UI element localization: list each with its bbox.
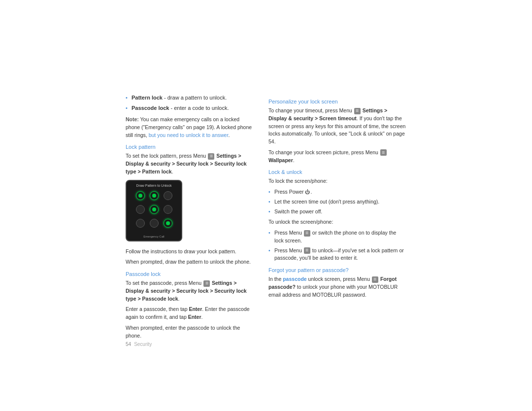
bullet-pattern-lock-label: Pattern lock (132, 95, 163, 101)
page-number: 54 (126, 342, 131, 347)
forgot-heading: Forgot your pattern or passcode? (268, 267, 406, 273)
menu-icon-personalize2: ☰ (380, 149, 387, 156)
dot-2-1 (150, 219, 159, 228)
personalize-body1: To change your timeout, press Menu ☰ Set… (268, 107, 406, 146)
dot-0-0 (136, 191, 145, 200)
bullet-passcode-lock-label: Passcode lock (132, 105, 169, 111)
dot-0-2 (164, 191, 172, 200)
dot-0-1 (150, 191, 159, 200)
menu-icon-personalize1: ☰ (354, 108, 361, 114)
power-icon: ⏻ (305, 189, 310, 195)
passcode-lock-body1: To set the passcode, press Menu ☰ Settin… (126, 279, 254, 303)
unlock-bullet-2: Press Menu ☰ to unlock—if you've set a l… (268, 247, 406, 263)
passcode-enter1: Enter (189, 306, 202, 312)
lock-bullet-2: Let the screen time out (don't press any… (268, 198, 406, 206)
dot-2-2 (164, 219, 172, 228)
content-area: Pattern lock - draw a pattern to unlock.… (126, 94, 406, 342)
note-label: Note: (126, 116, 139, 122)
bullet-passcode-lock-text: - enter a code to unlock. (169, 105, 229, 111)
phone-screen-header: Draw Pattern to Unlock (136, 184, 172, 187)
lock-intro: To lock the screen/phone: (268, 177, 406, 185)
lock-bullet-1: Press Power ⏻. (268, 188, 406, 196)
left-column: Pattern lock - draw a pattern to unlock.… (126, 94, 254, 342)
menu-icon-unlock1: ☰ (304, 230, 310, 237)
page: Pattern lock - draw a pattern to unlock.… (0, 0, 532, 411)
dot-inner-0-1 (152, 194, 156, 198)
bullet-pattern-lock-text: - draw a pattern to unlock. (163, 95, 227, 101)
two-column-layout: Pattern lock - draw a pattern to unlock.… (126, 94, 406, 342)
menu-icon-forgot: ☰ (372, 276, 378, 283)
forgot-body: In the passcode unlock screen, press Men… (268, 275, 406, 299)
unlock-bullet-1: Press Menu ☰ or switch the phone on to d… (268, 229, 406, 245)
personalize-body2-end: . (293, 157, 295, 163)
dots-grid (134, 189, 174, 230)
personalize-wallpaper: Wallpaper (268, 157, 293, 163)
passcode-period: . (178, 296, 180, 302)
note-text2: . (228, 132, 230, 138)
page-footer: 54Security (126, 342, 152, 347)
dot-1-2 (164, 205, 172, 214)
right-column: Personalize your lock screen To change y… (268, 94, 406, 342)
menu-icon-passcode: ☰ (203, 280, 210, 287)
lock-pattern-heading: Lock pattern (126, 144, 254, 150)
personalize-body2-pre: To change your lock screen picture, pres… (268, 149, 380, 155)
bullet-pattern-lock: Pattern lock - draw a pattern to unlock. (126, 94, 254, 102)
dot-1-0 (136, 205, 145, 214)
bullet-passcode-lock: Passcode lock - enter a code to unlock. (126, 104, 254, 112)
footer-label: Security (134, 342, 152, 347)
note-block: Note: You can make emergency calls on a … (126, 116, 254, 139)
passcode-body1-pre: To set the passcode, press Menu (126, 280, 203, 286)
passcode-lock-body4: When prompted, enter the passcode to unl… (126, 324, 254, 340)
passcode-body3-end: . (201, 314, 203, 320)
lock-bullet-2-text: Let the screen time out (don't press any… (274, 199, 379, 205)
forgot-passcode-link: passcode (283, 276, 306, 282)
phone-screen-display: Draw Pattern to Unlock Emer (126, 180, 182, 241)
dot-inner-0-0 (138, 194, 142, 198)
passcode-body3-pre: Enter a passcode, then tap (126, 306, 189, 312)
lock-pattern-period: . (172, 169, 173, 174)
lock-unlock-heading: Lock & unlock (268, 169, 406, 175)
phone-screen-footer: Emergency Call (143, 235, 164, 238)
personalize-body2: To change your lock screen picture, pres… (268, 149, 406, 165)
phone-screen-image: Draw Pattern to Unlock Emer (126, 180, 185, 244)
passcode-lock-heading: Passcode lock (126, 271, 254, 277)
dot-2-0 (136, 219, 145, 228)
passcode-enter2: Enter (188, 314, 201, 320)
passcode-lock-body3: Enter a passcode, then tap Enter. Enter … (126, 306, 254, 321)
personalize-body1-pre: To change your timeout, press Menu (268, 107, 354, 113)
lock-pattern-body1: To set the lock pattern, press Menu ☰ Se… (126, 152, 254, 175)
forgot-body-pre: In the (268, 276, 283, 282)
unlock-bullet-1-pre: Press Menu (274, 230, 303, 236)
lock-bullet-1-pre: Press Power (274, 189, 305, 195)
forgot-body-mid: unlock screen, press Menu (307, 276, 371, 282)
lock-bullet-3: Switch the power off. (268, 208, 406, 216)
lock-bullet-3-text: Switch the power off. (274, 208, 322, 214)
menu-icon-unlock2: ☰ (304, 247, 310, 254)
dot-1-1 (150, 205, 159, 214)
menu-icon-lock-pattern: ☰ (208, 153, 214, 160)
lock-bullet-1-rest: . (310, 189, 312, 195)
personalize-heading: Personalize your lock screen (268, 99, 406, 104)
note-link: but you need to unlock it to answer (149, 132, 229, 138)
unlock-intro: To unlock the screen/phone: (268, 218, 406, 226)
unlock-bullet-2-pre: Press Menu (274, 247, 303, 253)
lock-pattern-body1-pre: To set the lock pattern, press Menu (126, 153, 207, 159)
lock-pattern-body3: Follow the instructions to draw your loc… (126, 248, 254, 256)
dot-inner-2-2 (166, 221, 170, 225)
lock-pattern-body4: When prompted, draw the pattern to unloc… (126, 258, 254, 266)
dot-inner-1-1 (152, 207, 156, 211)
